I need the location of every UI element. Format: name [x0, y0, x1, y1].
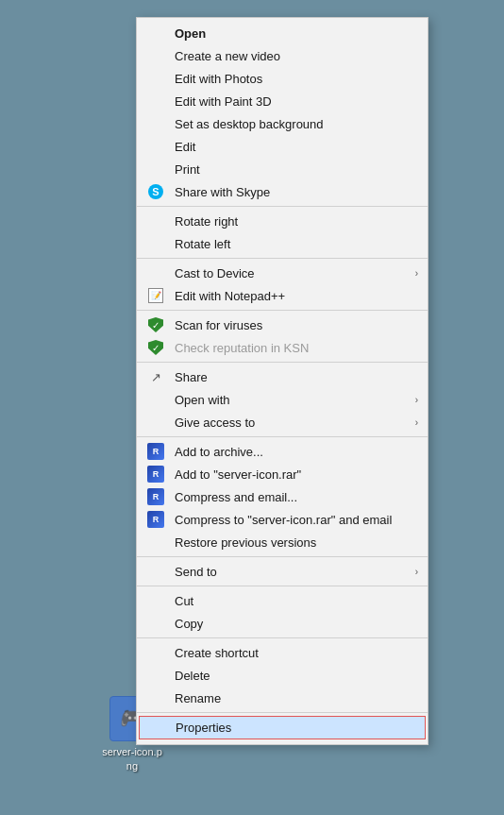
menu-item-compress-rar-email[interactable]: RCompress to "server-icon.rar" and email [137, 508, 428, 531]
winrar-icon: R [146, 465, 165, 484]
skype-icon: S [146, 182, 165, 201]
menu-item-send-to[interactable]: Send to› [137, 560, 428, 583]
menu-item-label: Open [175, 26, 206, 41]
menu-item-label: Compress to "server-icon.rar" and email [175, 513, 392, 527]
menu-item-print[interactable]: Print [137, 158, 428, 180]
menu-item-label: Cut [175, 594, 193, 608]
context-menu: OpenCreate a new videoEdit with PhotosEd… [136, 17, 428, 745]
menu-item-label: Send to [175, 565, 217, 579]
menu-item-edit[interactable]: Edit [137, 135, 428, 158]
shield-green-icon: ✓ [146, 338, 165, 357]
menu-item-label: Add to archive... [175, 445, 263, 459]
submenu-arrow-icon: › [415, 395, 418, 405]
menu-separator [137, 436, 428, 437]
menu-item-share-skype[interactable]: SShare with Skype [137, 180, 428, 203]
notepad-icon: 📝 [146, 286, 165, 305]
menu-item-cast[interactable]: Cast to Device› [137, 262, 428, 284]
menu-separator [137, 206, 428, 207]
menu-item-scan-virus[interactable]: ✓Scan for viruses [137, 314, 428, 336]
submenu-arrow-icon: › [415, 268, 418, 279]
menu-separator [137, 637, 428, 638]
menu-item-add-archive[interactable]: RAdd to archive... [137, 440, 428, 463]
menu-item-rename[interactable]: Rename [137, 687, 428, 709]
menu-item-label: Edit [175, 140, 195, 154]
menu-item-share[interactable]: ↗Share [137, 365, 428, 388]
menu-separator [137, 310, 428, 311]
menu-item-label: Rotate left [175, 237, 230, 251]
menu-item-check-ksn[interactable]: ✓Check reputation in KSN [137, 336, 428, 359]
shield-green-icon: ✓ [146, 315, 165, 334]
winrar-icon: R [146, 487, 165, 506]
menu-item-label: Print [175, 162, 200, 177]
menu-item-notepad[interactable]: 📝Edit with Notepad++ [137, 284, 428, 307]
menu-separator [137, 712, 428, 713]
menu-item-label: Scan for viruses [175, 318, 262, 332]
winrar-icon: R [146, 510, 165, 529]
menu-item-give-access[interactable]: Give access to› [137, 411, 428, 433]
submenu-arrow-icon: › [415, 567, 418, 577]
menu-item-rotate-left[interactable]: Rotate left [137, 232, 428, 255]
menu-item-edit-paint3d[interactable]: Edit with Paint 3D [137, 90, 428, 112]
menu-separator [137, 258, 428, 259]
menu-item-label: Give access to [175, 416, 255, 430]
winrar-icon: R [146, 442, 165, 461]
menu-item-open-with[interactable]: Open with› [137, 388, 428, 411]
menu-item-rotate-right[interactable]: Rotate right [137, 210, 428, 232]
menu-item-label: Delete [175, 669, 210, 683]
menu-item-delete[interactable]: Delete [137, 664, 428, 687]
desktop: OpenCreate a new videoEdit with PhotosEd… [0, 0, 504, 815]
menu-item-label: Create shortcut [175, 646, 259, 660]
menu-item-label: Restore previous versions [175, 535, 316, 550]
menu-item-label: Copy [175, 617, 203, 631]
menu-item-label: Open with [175, 393, 230, 407]
menu-item-cut[interactable]: Cut [137, 589, 428, 612]
menu-item-label: Share with Skype [175, 185, 270, 199]
menu-item-label: Properties [176, 721, 231, 735]
menu-item-label: Cast to Device [175, 266, 255, 280]
menu-item-label: Edit with Notepad++ [175, 289, 285, 303]
menu-item-label: Check reputation in KSN [175, 341, 309, 355]
menu-separator [137, 362, 428, 363]
menu-item-set-desktop[interactable]: Set as desktop background [137, 112, 428, 135]
submenu-arrow-icon: › [415, 417, 418, 428]
menu-separator [137, 556, 428, 557]
menu-item-properties[interactable]: Properties [139, 716, 426, 739]
menu-item-open[interactable]: Open [137, 22, 428, 44]
menu-item-add-rar[interactable]: RAdd to "server-icon.rar" [137, 463, 428, 485]
menu-item-label: Edit with Photos [175, 72, 262, 86]
file-label: server-icon.png [102, 745, 162, 773]
menu-item-create-video[interactable]: Create a new video [137, 44, 428, 67]
menu-item-copy[interactable]: Copy [137, 612, 428, 635]
menu-item-create-shortcut[interactable]: Create shortcut [137, 641, 428, 664]
menu-item-label: Create a new video [175, 49, 280, 63]
menu-item-label: Add to "server-icon.rar" [175, 467, 301, 482]
share-icon: ↗ [146, 367, 165, 386]
menu-separator [137, 586, 428, 586]
menu-item-label: Set as desktop background [175, 117, 324, 131]
menu-item-restore-versions[interactable]: Restore previous versions [137, 531, 428, 553]
menu-item-edit-photos[interactable]: Edit with Photos [137, 67, 428, 90]
menu-item-label: Rotate right [175, 214, 238, 229]
menu-item-label: Rename [175, 691, 221, 705]
menu-item-label: Compress and email... [175, 490, 297, 504]
menu-item-compress-email[interactable]: RCompress and email... [137, 485, 428, 508]
menu-item-label: Edit with Paint 3D [175, 94, 272, 109]
menu-item-label: Share [175, 370, 208, 384]
